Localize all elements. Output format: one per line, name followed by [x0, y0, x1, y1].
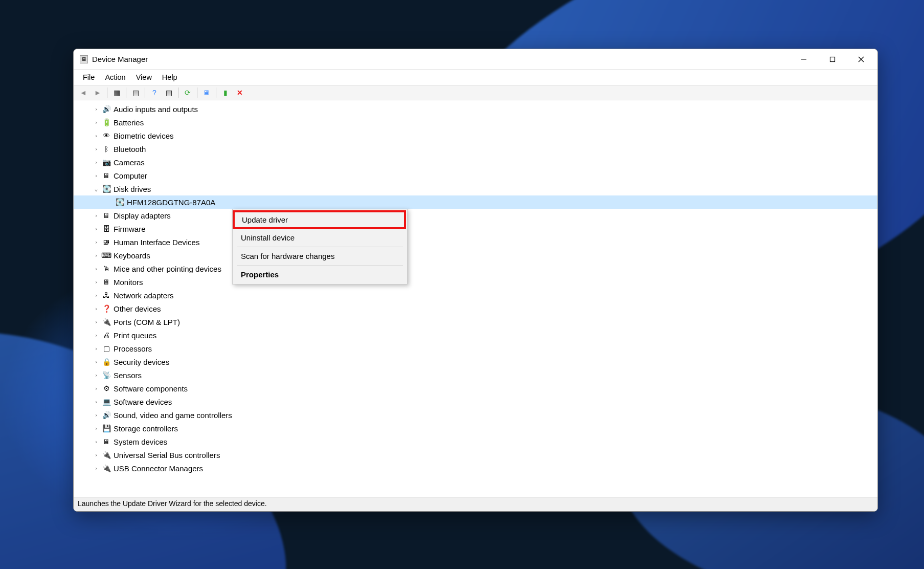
properties-icon[interactable]: ▤ [129, 86, 142, 99]
category-icon: 🔌 [101, 317, 111, 326]
titlebar[interactable]: 🖥 Device Manager [74, 49, 877, 70]
tree-device[interactable]: 💽HFM128GDGTNG-87A0A [74, 195, 877, 209]
expand-icon[interactable]: › [92, 465, 100, 472]
category-label: Computer [114, 171, 147, 180]
menu-action[interactable]: Action [100, 71, 130, 83]
category-icon: 🔋 [101, 118, 111, 127]
expand-icon[interactable]: › [92, 385, 100, 392]
tree-category[interactable]: ›🔌Ports (COM & LPT) [74, 315, 877, 329]
expand-icon[interactable]: › [92, 452, 100, 458]
maximize-button[interactable] [818, 50, 847, 69]
tree-category[interactable]: ›❓Other devices [74, 302, 877, 315]
tree-category[interactable]: ›💻Software devices [74, 395, 877, 408]
expand-icon[interactable]: › [92, 239, 100, 246]
expand-icon[interactable]: › [92, 172, 100, 179]
back-button[interactable]: ◄ [77, 86, 90, 99]
tree-category[interactable]: ›🖱Mice and other pointing devices [74, 262, 877, 275]
tree-category[interactable]: ›🖥Computer [74, 169, 877, 182]
menu-view[interactable]: View [131, 71, 157, 83]
category-icon: 🖱 [101, 264, 111, 273]
expand-icon[interactable]: › [92, 292, 100, 299]
category-label: Human Interface Devices [114, 238, 199, 247]
category-label: Storage controllers [114, 424, 178, 433]
expand-icon[interactable]: › [92, 133, 100, 139]
context-menu-item[interactable]: Properties [234, 267, 406, 282]
category-icon: 💾 [101, 424, 111, 433]
tree-category[interactable]: ›🔌Universal Serial Bus controllers [74, 448, 877, 462]
tree-category[interactable]: ›🔋Batteries [74, 116, 877, 129]
tree-category[interactable]: ›🔊Audio inputs and outputs [74, 102, 877, 116]
category-icon: 🔌 [101, 450, 111, 459]
status-text: Launches the Update Driver Wizard for th… [78, 499, 267, 508]
expand-icon[interactable]: › [92, 159, 100, 166]
collapse-icon[interactable]: ⌄ [92, 186, 100, 192]
context-menu-item[interactable]: Update driver [233, 210, 406, 229]
tree-category[interactable]: ›💾Storage controllers [74, 422, 877, 435]
menu-file[interactable]: File [78, 71, 100, 83]
scan-hardware-icon[interactable]: 🖥 [200, 86, 213, 99]
app-icon: 🖥 [80, 55, 88, 63]
expand-icon[interactable]: › [92, 279, 100, 286]
tree-category[interactable]: ›🔒Security devices [74, 355, 877, 368]
tree-category[interactable]: ⌄💽Disk drives [74, 182, 877, 195]
tree-category[interactable]: ›🖥System devices [74, 435, 877, 448]
list-icon[interactable]: ▤ [162, 86, 175, 99]
update-driver-icon[interactable]: ⟳ [181, 86, 194, 99]
expand-icon[interactable]: › [92, 332, 100, 339]
expand-icon[interactable]: › [92, 412, 100, 419]
tree-category[interactable]: ›🗄Firmware [74, 222, 877, 235]
expand-icon[interactable]: › [92, 372, 100, 379]
show-hidden-icon[interactable]: ▦ [110, 86, 123, 99]
forward-button[interactable]: ► [91, 86, 104, 99]
category-icon: 🔌 [101, 464, 111, 473]
expand-icon[interactable]: › [92, 212, 100, 219]
expand-icon[interactable]: › [92, 439, 100, 445]
minimize-button[interactable] [790, 50, 818, 69]
expand-icon[interactable]: › [92, 266, 100, 272]
tree-category[interactable]: ›▢Processors [74, 342, 877, 355]
expand-icon[interactable]: › [92, 226, 100, 232]
tree-category[interactable]: ›👁Biometric devices [74, 129, 877, 142]
expand-icon[interactable]: › [92, 106, 100, 113]
category-icon: 🔊 [101, 410, 111, 420]
category-icon: 🖥 [101, 437, 111, 446]
tree-category[interactable]: ›🖥Display adapters [74, 209, 877, 222]
expand-icon[interactable]: › [92, 305, 100, 312]
tree-category[interactable]: ›ᛒBluetooth [74, 142, 877, 156]
tree-category[interactable]: ›🖧Network adapters [74, 289, 877, 302]
uninstall-device-icon[interactable]: ✕ [233, 86, 246, 99]
category-icon: 📡 [101, 370, 111, 380]
tree-category[interactable]: ›🖳Human Interface Devices [74, 235, 877, 249]
tree-category[interactable]: ›⚙Software components [74, 382, 877, 395]
enable-device-icon[interactable]: ▮ [219, 86, 232, 99]
category-label: Print queues [114, 331, 156, 340]
expand-icon[interactable]: › [92, 399, 100, 405]
context-menu-item[interactable]: Uninstall device [234, 230, 406, 245]
expand-icon[interactable]: › [92, 146, 100, 152]
device-manager-window: 🖥 Device Manager File Action View Help ◄… [73, 49, 878, 512]
tree-category[interactable]: ›⌨Keyboards [74, 249, 877, 262]
tree-category[interactable]: ›🔌USB Connector Managers [74, 462, 877, 475]
statusbar: Launches the Update Driver Wizard for th… [74, 497, 877, 511]
device-tree[interactable]: ›🔊Audio inputs and outputs›🔋Batteries›👁B… [74, 100, 877, 497]
expand-icon[interactable]: › [92, 319, 100, 325]
tree-category[interactable]: ›📡Sensors [74, 368, 877, 382]
tree-category[interactable]: ›🖥Monitors [74, 275, 877, 289]
tree-category[interactable]: ›📷Cameras [74, 156, 877, 169]
tree-category[interactable]: ›🔊Sound, video and game controllers [74, 408, 877, 422]
category-icon: 💻 [101, 397, 111, 406]
category-label: Monitors [114, 278, 143, 287]
expand-icon[interactable]: › [92, 119, 100, 126]
menu-help[interactable]: Help [157, 71, 183, 83]
category-label: Disk drives [114, 185, 151, 193]
expand-icon[interactable]: › [92, 425, 100, 432]
category-icon: 🔒 [101, 357, 111, 366]
context-menu-item[interactable]: Scan for hardware changes [234, 249, 406, 264]
category-label: System devices [114, 437, 167, 446]
tree-category[interactable]: ›🖨Print queues [74, 329, 877, 342]
expand-icon[interactable]: › [92, 359, 100, 365]
expand-icon[interactable]: › [92, 345, 100, 352]
help-icon[interactable]: ? [148, 86, 161, 99]
close-button[interactable] [847, 50, 875, 69]
expand-icon[interactable]: › [92, 252, 100, 259]
